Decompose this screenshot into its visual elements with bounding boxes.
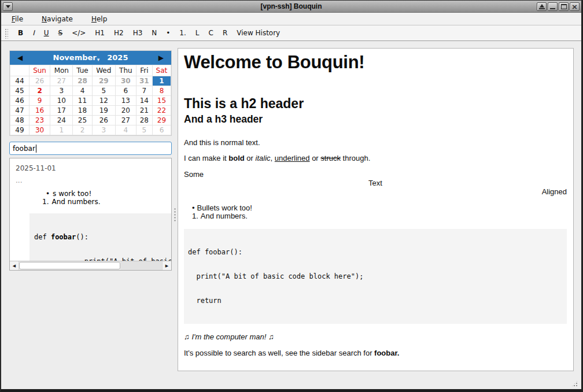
calendar-day[interactable]: 18 xyxy=(73,106,92,116)
minimize-button[interactable] xyxy=(548,2,558,11)
calendar-prev-month-button[interactable]: ◀ xyxy=(10,51,30,65)
toolbar-button-italic[interactable]: I xyxy=(28,27,39,39)
toolbar-buttons: BIUS</>H1H2H3N•1.LCRView History xyxy=(13,27,285,39)
search-input[interactable]: foobar xyxy=(9,142,172,155)
calendar-day[interactable]: 25 xyxy=(73,116,92,125)
calendar-month-label[interactable]: November xyxy=(53,53,97,62)
calendar-day[interactable]: 27 xyxy=(50,76,73,86)
toolbar-button-normal-text[interactable]: N xyxy=(147,27,161,39)
text-caret xyxy=(36,145,36,153)
menu-help[interactable]: Help xyxy=(84,14,114,24)
menu-file[interactable]: File xyxy=(5,14,30,24)
scrollbar-thumb[interactable] xyxy=(19,262,120,269)
scroll-right-icon[interactable]: ▶ xyxy=(162,261,171,270)
calendar-day[interactable]: 14 xyxy=(136,96,152,106)
calendar-day[interactable]: 1 xyxy=(152,76,171,86)
calendar-day[interactable]: 20 xyxy=(116,106,136,116)
toolbar-button-bullet-list[interactable]: • xyxy=(161,27,175,39)
calendar-day[interactable]: 27 xyxy=(116,116,136,125)
sidebar-splitter[interactable] xyxy=(172,41,178,389)
calendar-week-number: 47 xyxy=(10,106,29,116)
titlebar[interactable]: [vpn-ssh] Bouquin × xyxy=(1,1,581,13)
scroll-left-icon[interactable]: ◀ xyxy=(10,261,19,270)
calendar-day[interactable]: 12 xyxy=(92,96,115,106)
calendar-day[interactable]: 22 xyxy=(152,106,171,116)
calendar-day[interactable]: 13 xyxy=(116,96,136,106)
toolbar-button-code[interactable]: </> xyxy=(67,27,90,39)
calendar-day[interactable]: 11 xyxy=(73,96,92,106)
calendar-day[interactable]: 29 xyxy=(92,76,115,86)
calendar-day[interactable]: 2 xyxy=(73,125,92,135)
close-button[interactable]: × xyxy=(570,2,580,11)
window-resize-grip[interactable] xyxy=(571,380,578,387)
menubar: FileNavigateHelp xyxy=(1,13,581,25)
calendar-day[interactable]: 29 xyxy=(152,116,171,125)
calendar-weekday-header: Thu xyxy=(116,65,136,76)
calendar-day[interactable]: 15 xyxy=(152,96,171,106)
calendar-day[interactable]: 30 xyxy=(29,125,50,135)
document-editor[interactable]: Welcome to Bouquin! This is a h2 header … xyxy=(178,48,574,371)
maximize-icon xyxy=(561,4,567,9)
calendar-day[interactable]: 9 xyxy=(29,96,50,106)
toolbar-button-bold[interactable]: B xyxy=(13,27,28,39)
horizontal-scrollbar[interactable]: ◀ ▶ xyxy=(10,261,171,270)
calendar-year-label[interactable]: 2025 xyxy=(107,53,128,62)
calendar-day[interactable]: 6 xyxy=(152,125,171,135)
calendar-day[interactable]: 26 xyxy=(29,76,50,86)
toolbar-button-heading-2[interactable]: H2 xyxy=(109,27,128,39)
calendar-day[interactable]: 17 xyxy=(50,106,73,116)
doc-align-left-line: Some xyxy=(184,170,567,179)
calendar-day[interactable]: 4 xyxy=(116,125,136,135)
minimize-icon xyxy=(550,8,555,9)
code-line: def foobar(): xyxy=(188,248,563,256)
toolbar-button-numbered-list[interactable]: 1. xyxy=(175,27,190,39)
calendar-next-month-button[interactable]: ▶ xyxy=(151,51,171,65)
shade-button[interactable] xyxy=(537,2,547,11)
window-menu-button[interactable] xyxy=(3,2,13,11)
calendar-day[interactable]: 6 xyxy=(116,86,136,96)
toolbar-grip-handle[interactable] xyxy=(4,28,8,39)
toolbar-button-heading-3[interactable]: H3 xyxy=(128,27,147,39)
calendar-weekday-header: Sun xyxy=(29,65,50,76)
maximize-button[interactable] xyxy=(559,2,569,11)
calendar-day[interactable]: 21 xyxy=(136,106,152,116)
menu-navigate[interactable]: Navigate xyxy=(35,14,80,24)
toolbar-button-align-left[interactable]: L xyxy=(191,27,204,39)
calendar-day[interactable]: 3 xyxy=(92,125,115,135)
calendar-day[interactable]: 3 xyxy=(50,86,73,96)
calendar-day[interactable]: 8 xyxy=(152,86,171,96)
calendar-day[interactable]: 5 xyxy=(92,86,115,96)
toolbar-button-heading-1[interactable]: H1 xyxy=(90,27,109,39)
toolbar: BIUS</>H1H2H3N•1.LCRView History xyxy=(1,25,581,41)
doc-bullet-item: •Bullets work too! xyxy=(184,204,567,212)
calendar-day[interactable]: 7 xyxy=(136,86,152,96)
shade-icon xyxy=(539,4,545,9)
calendar-day[interactable]: 26 xyxy=(92,116,115,125)
search-result-date-link[interactable]: 2025-11-01 xyxy=(16,164,171,172)
toolbar-button-strikethrough[interactable]: S xyxy=(54,27,68,39)
calendar-day[interactable]: 24 xyxy=(50,116,73,125)
calendar-weekday-header xyxy=(10,65,29,76)
doc-h2: This is a h2 header xyxy=(184,97,567,111)
toolbar-button-align-right[interactable]: R xyxy=(218,27,232,39)
calendar-day[interactable]: 23 xyxy=(29,116,50,125)
calendar-day[interactable]: 1 xyxy=(50,125,73,135)
toolbar-button-underline[interactable]: U xyxy=(39,27,54,39)
window-title: [vpn-ssh] Bouquin xyxy=(1,2,581,10)
calendar-day[interactable]: 31 xyxy=(136,76,152,86)
search-results-panel[interactable]: 2025-11-01 ... •s work too! 1.And number… xyxy=(9,158,172,271)
calendar-day[interactable]: 16 xyxy=(29,106,50,116)
toolbar-button-align-center[interactable]: C xyxy=(204,27,218,39)
calendar-day[interactable]: 10 xyxy=(50,96,73,106)
calendar-day[interactable]: 28 xyxy=(136,116,152,125)
calendar-day[interactable]: 19 xyxy=(92,106,115,116)
toolbar-button-view-history[interactable]: View History xyxy=(232,27,285,39)
calendar-day[interactable]: 2 xyxy=(29,86,50,96)
calendar-day[interactable]: 5 xyxy=(136,125,152,135)
calendar-weekday-header: Mon xyxy=(50,65,73,76)
calendar-day[interactable]: 30 xyxy=(116,76,136,86)
month-dropdown-icon[interactable]: ▾ xyxy=(97,57,100,62)
scrollbar-track[interactable] xyxy=(120,261,162,270)
calendar-day[interactable]: 28 xyxy=(73,76,92,86)
calendar-day[interactable]: 4 xyxy=(73,86,92,96)
